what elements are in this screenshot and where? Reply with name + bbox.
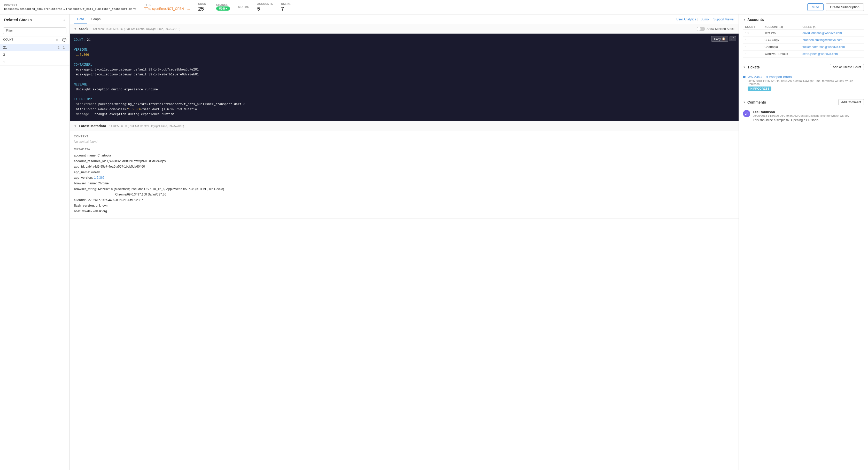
type-value: TTransportError.NOT_OPEN – ... <box>144 7 190 10</box>
comment-time: 09/25/2018 14:56:20 UTC (9:56 AM Central… <box>753 114 864 117</box>
expand-button[interactable]: ⛶ <box>730 36 736 41</box>
exception-label: EXCEPTION: <box>74 98 92 101</box>
sidebar-row[interactable]: 1 <box>0 58 69 66</box>
ticket-item: WK-2343: Fix transport errors 09/25/2018… <box>743 73 864 93</box>
container-line2: ecs-app-int-collection-gateway_default_3… <box>76 73 199 76</box>
account-email[interactable]: tucker.patterson@workiva.com <box>800 44 864 51</box>
main-layout: Related Stacks « COUNT ✏ 💬 21 1 1 3 1 <box>0 14 868 470</box>
sidebar-columns: COUNT ✏ 💬 <box>0 36 69 44</box>
field-key: app_name: <box>74 170 91 174</box>
stack-section-actions: Show Minified Stack <box>697 27 735 31</box>
sidebar-filter-input[interactable] <box>3 27 66 34</box>
mute-button[interactable]: Mute <box>807 3 824 11</box>
metadata-section-header[interactable]: ▼ Latest Metadata 14:31:59 UTC (9:31 AM … <box>70 121 739 131</box>
stack-section-header[interactable]: ▼ Stack Last seen: 14:31:59 UTC (9:31 AM… <box>70 24 739 34</box>
field-value: Chrome <box>98 182 109 185</box>
tickets-section: ▼ Tickets Add or Create Ticket WK-2343: … <box>739 61 868 96</box>
comments-action: Add Comment <box>838 99 864 105</box>
add-create-ticket-button[interactable]: Add or Create Ticket <box>830 64 864 70</box>
sidebar-row[interactable]: 21 1 1 <box>0 44 69 51</box>
col-users: USERS (4) <box>800 24 864 30</box>
account-name: CBC Copy <box>762 37 800 44</box>
ticket-title[interactable]: WK-2343: Fix transport errors <box>748 75 864 79</box>
user-analytics-link[interactable]: User Analytics <box>676 18 696 21</box>
center-panel: Data Graph User Analytics | Sumo | Suppo… <box>70 14 739 470</box>
add-comment-button[interactable]: Add Comment <box>838 99 864 105</box>
accounts-toggle-icon[interactable]: ▼ <box>743 18 746 21</box>
field-key: account_resource_id: <box>74 159 107 163</box>
account-count: 1 <box>743 44 762 51</box>
comment-text: This should be a simple fix. Opening a P… <box>753 118 864 122</box>
ticket-badge: IN PROGRESS <box>748 87 771 91</box>
metadata-section-title: Latest Metadata <box>79 124 106 128</box>
meta-row: clientId: 8c702a1d-1cf7-4435-83f9-2196fd… <box>74 197 735 203</box>
edit-icon[interactable]: ✏ <box>56 38 59 42</box>
comment-icon[interactable]: 💬 <box>62 38 66 42</box>
meta-row: account_name: Chartopia <box>74 153 735 159</box>
container-label: CONTAINER: <box>74 63 92 67</box>
version-value: 1.5.366 <box>76 53 89 57</box>
account-email[interactable]: braeden.smith@workiva.com <box>800 37 864 44</box>
header-actions: Mute Create Subscription <box>807 3 864 11</box>
minified-toggle-switch[interactable] <box>697 27 705 31</box>
center-tabs: Data Graph User Analytics | Sumo | Suppo… <box>70 14 739 24</box>
status-section: STATUS <box>238 5 249 9</box>
sidebar-collapse-button[interactable]: « <box>63 18 65 22</box>
sidebar-row-count: 21 <box>3 45 56 49</box>
accounts-title: Accounts <box>747 18 764 22</box>
sumo-link[interactable]: Sumo <box>701 18 709 21</box>
top-header: CONTEXT packages/messaging_sdk/src/inter… <box>0 0 868 14</box>
metadata-section-meta: 14:31:59 UTC (9:31 AM Central Daylight T… <box>109 124 184 128</box>
table-row: 1 Chartopia tucker.patterson@workiva.com <box>743 44 864 51</box>
message-value: Uncaught exception during experience run… <box>76 88 158 91</box>
field-key: app_version: <box>74 176 94 180</box>
accounts-header: ▼ Accounts <box>743 18 864 22</box>
field-value: QWNjb3VudB80NTgwMjlzMTUzMDc4Mjcy <box>107 159 166 163</box>
tab-links: User Analytics | Sumo | Support Viewer <box>674 18 735 21</box>
code-count-line: COUNT: 21 <box>74 38 735 42</box>
show-minified-toggle[interactable]: Show Minified Stack <box>697 27 735 31</box>
count-value: 25 <box>198 6 208 12</box>
meta-row: Chrome/69.0.3497.100 Safari/537.36 <box>74 192 735 197</box>
avatar: LR <box>743 110 750 117</box>
metadata-toggle-icon: ▼ <box>74 124 77 128</box>
comments-header: ▼ Comments Add Comment <box>743 99 864 105</box>
account-name: Chartopia <box>762 44 800 51</box>
version-label: VERSION: <box>74 48 89 52</box>
copy-button[interactable]: Copy 📋 <box>711 36 728 41</box>
stack-section: ▼ Stack Last seen: 14:31:59 UTC (9:31 AM… <box>70 24 739 121</box>
sidebar: Related Stacks « COUNT ✏ 💬 21 1 1 3 1 <box>0 14 70 470</box>
container-line1: ecs-app-int-collection-gateway_default_3… <box>76 68 199 71</box>
users-section: USERS 7 <box>281 3 291 12</box>
metadata-fields: account_name: Chartopia account_resource… <box>74 153 735 214</box>
tab-graph[interactable]: Graph <box>88 14 103 24</box>
tab-data[interactable]: Data <box>74 14 87 24</box>
metadata-meta-label: METADATA <box>74 148 735 151</box>
message2-line: message: Uncaught exception during exper… <box>76 113 175 116</box>
count-label: COUNT <box>198 3 208 5</box>
field-key: clientId: <box>74 198 87 202</box>
comments-toggle-icon[interactable]: ▼ <box>743 101 746 104</box>
meta-section-body: CONTEXT No context found METADATA accoun… <box>70 131 739 218</box>
meta-row: flash_version: unknown <box>74 203 735 209</box>
support-viewer-link[interactable]: Support Viewer <box>713 18 735 21</box>
meta-row: browser_string: Mozilla/5.0 (Macintosh; … <box>74 186 735 192</box>
account-count: 1 <box>743 51 762 58</box>
table-row: 18 Test WS david.johnson@workiva.com <box>743 30 864 37</box>
subscribe-button[interactable]: Create Subscription <box>826 3 864 11</box>
field-value-link[interactable]: 1.5.366 <box>94 176 104 180</box>
sidebar-count-col: COUNT <box>3 38 56 42</box>
accounts-value: 5 <box>257 6 273 12</box>
tickets-toggle-icon[interactable]: ▼ <box>743 66 746 69</box>
field-value-cont: Chrome/69.0.3497.100 Safari/537.36 <box>115 193 166 196</box>
sidebar-col-actions: ✏ 💬 <box>56 38 66 42</box>
account-email[interactable]: sean.jones@workiva.com <box>800 51 864 58</box>
context-label: CONTEXT <box>4 4 136 7</box>
account-email[interactable]: david.johnson@workiva.com <box>800 30 864 37</box>
meta-row: browser_name: Chrome <box>74 181 735 186</box>
code-exception-block: EXCEPTION: stacktrace: packages/messagin… <box>74 97 735 117</box>
copy-icon: 📋 <box>722 37 725 40</box>
field-key: flash_version: <box>74 204 96 207</box>
sidebar-row[interactable]: 3 <box>0 51 69 58</box>
sidebar-row-count: 3 <box>3 53 66 57</box>
